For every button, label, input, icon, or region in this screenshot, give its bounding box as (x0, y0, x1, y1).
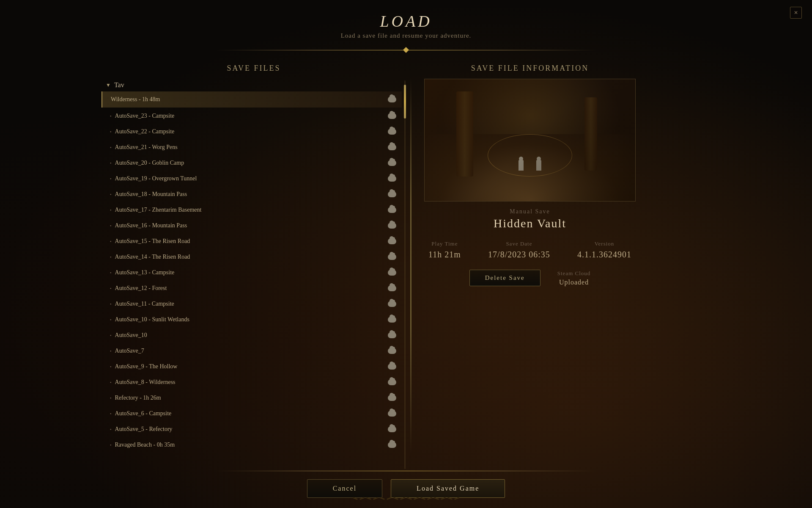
stats-row: Play Time 11h 21m Save Date 17/8/2023 06… (424, 240, 636, 260)
list-item[interactable]: •AutoSave_18 - Mountain Pass (102, 187, 402, 202)
list-item[interactable]: •AutoSave_19 - Overgrown Tunnel (102, 171, 402, 186)
save-item-selected[interactable]: Wilderness - 1h 48m (102, 91, 402, 108)
save-files-panel: Save Files ▼ Tav Wilderness - 1h 48m (102, 61, 406, 471)
delete-button-container: Delete Save Steam Cloud Uploaded (424, 270, 636, 286)
save-files-title: Save Files (102, 61, 406, 79)
cloud-icon (387, 315, 397, 324)
list-item[interactable]: •AutoSave_20 - Goblin Camp (102, 155, 402, 171)
group-header-tav[interactable]: ▼ Tav (102, 79, 402, 91)
scrollbar-thumb[interactable] (404, 85, 406, 119)
bottom-ornament (300, 492, 512, 505)
cloud-icon (387, 284, 397, 293)
list-item[interactable]: •Refectory - 1h 26m (102, 390, 402, 406)
panel-separator (410, 77, 411, 454)
cloud-status-label: Steam Cloud (557, 270, 591, 277)
main-content: Save Files ▼ Tav Wilderness - 1h 48m (102, 61, 710, 471)
delete-save-button[interactable]: Delete Save (469, 270, 540, 286)
version-stat: Version 4.1.1.3624901 (577, 240, 631, 260)
save-list[interactable]: ▼ Tav Wilderness - 1h 48m •AutoSave_23 -… (102, 79, 406, 471)
cloud-icon (387, 174, 397, 183)
list-item[interactable]: •AutoSave_8 - Wilderness (102, 375, 402, 390)
list-item[interactable]: •AutoSave_15 - The Risen Road (102, 234, 402, 249)
cloud-sync-icon (387, 95, 397, 104)
close-button[interactable]: ✕ (790, 7, 802, 19)
cloud-icon (387, 331, 397, 340)
list-item[interactable]: •AutoSave_16 - Mountain Pass (102, 218, 402, 233)
cloud-icon (387, 268, 397, 277)
save-info-panel: Save File Information Manual Save Hidden… (416, 61, 636, 471)
save-info-title: Save File Information (424, 61, 636, 79)
list-item[interactable]: •Ravaged Beach - 0h 35m (102, 437, 402, 453)
list-item[interactable]: •AutoSave_21 - Worg Pens (102, 140, 402, 155)
save-name-label: Hidden Vault (494, 217, 566, 230)
group-name: Tav (114, 81, 124, 89)
cloud-icon (387, 127, 397, 136)
save-type-label: Manual Save (510, 208, 550, 215)
list-item[interactable]: •AutoSave_23 - Campsite (102, 108, 402, 124)
cloud-icon (387, 299, 397, 309)
scrollbar[interactable] (403, 79, 406, 471)
cloud-icon (387, 440, 397, 450)
cloud-icon (387, 158, 397, 168)
play-time-value: 11h 21m (428, 250, 461, 260)
save-date-value: 17/8/2023 06:35 (488, 250, 550, 260)
cloud-icon (387, 362, 397, 371)
play-time-stat: Play Time 11h 21m (428, 240, 461, 260)
cloud-icon (387, 190, 397, 199)
cloud-icon (387, 143, 397, 152)
list-item[interactable]: •AutoSave_14 - The Risen Road (102, 249, 402, 265)
cloud-icon (387, 425, 397, 434)
version-label: Version (595, 240, 614, 247)
cloud-icon (387, 205, 397, 215)
list-item[interactable]: •AutoSave_5 - Refectory (102, 422, 402, 437)
cloud-icon (387, 221, 397, 230)
cloud-status: Steam Cloud Uploaded (557, 270, 591, 286)
save-date-label: Save Date (506, 240, 532, 247)
cloud-icon (387, 252, 397, 262)
header-divider (216, 46, 596, 54)
list-item[interactable]: •AutoSave_6 - Campsite (102, 406, 402, 421)
window-controls: ✕ (790, 7, 802, 19)
header: Load Load a save file and resume your ad… (341, 0, 472, 44)
list-item[interactable]: •AutoSave_7 (102, 343, 402, 359)
page-title: Load (341, 12, 472, 30)
list-item[interactable]: •AutoSave_10 - Sunlit Wetlands (102, 312, 402, 327)
save-item-name: Wilderness - 1h 48m (111, 96, 160, 103)
bottom-divider (216, 471, 596, 471)
save-screenshot (424, 79, 636, 202)
list-item[interactable]: •AutoSave_9 - The Hollow (102, 359, 402, 374)
list-item[interactable]: •AutoSave_13 - Campsite (102, 265, 402, 280)
cloud-icon (387, 409, 397, 418)
list-item[interactable]: •AutoSave_12 - Forest (102, 281, 402, 296)
scrollbar-track (404, 80, 406, 469)
save-list-container: ▼ Tav Wilderness - 1h 48m •AutoSave_23 -… (102, 79, 406, 471)
play-time-label: Play Time (431, 240, 458, 247)
list-item[interactable]: •AutoSave_11 - Campsite (102, 296, 402, 312)
version-value: 4.1.1.3624901 (577, 250, 631, 260)
cloud-icon (387, 237, 397, 246)
list-item[interactable]: •AutoSave_10 (102, 328, 402, 343)
chevron-down-icon: ▼ (106, 82, 111, 88)
list-item[interactable]: •AutoSave_17 - Zhentarim Basement (102, 202, 402, 218)
cloud-icon (387, 346, 397, 356)
cloud-icon (387, 111, 397, 121)
page-subtitle: Load a save file and resume your adventu… (341, 32, 472, 39)
list-item[interactable]: •AutoSave_22 - Campsite (102, 124, 402, 139)
cloud-status-value: Uploaded (559, 279, 589, 286)
cloud-icon (387, 393, 397, 403)
cloud-icon (387, 378, 397, 387)
save-date-stat: Save Date 17/8/2023 06:35 (488, 240, 550, 260)
